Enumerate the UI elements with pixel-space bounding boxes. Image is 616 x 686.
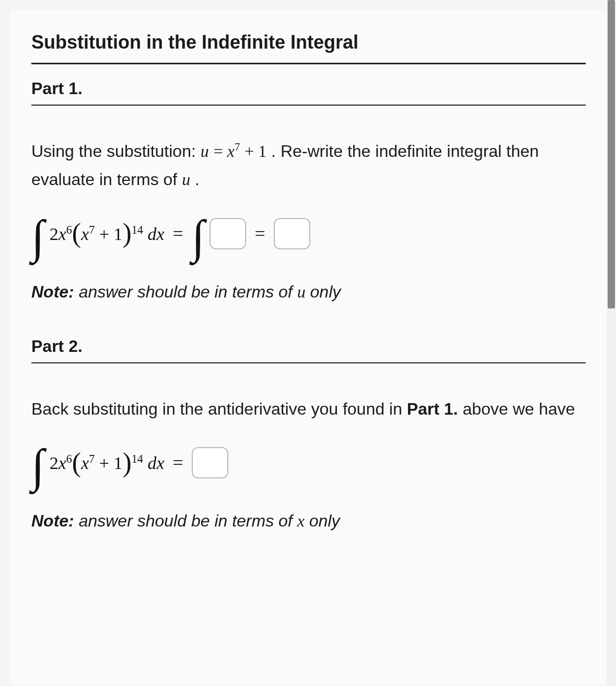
exp6: 6 <box>66 452 72 465</box>
part2-divider <box>31 362 586 363</box>
x: x <box>59 454 66 473</box>
math-eq: = <box>214 142 227 161</box>
part1-equation: ∫ 2x6(x7 + 1)14 dx = ∫ = <box>31 215 586 253</box>
part1-answer-evaluated-input[interactable] <box>274 218 310 249</box>
text: Back substituting in the antiderivative … <box>31 399 407 418</box>
text: Using the substitution: <box>31 142 201 161</box>
part1-divider <box>31 105 586 106</box>
coeff: 2 <box>50 224 59 244</box>
part2-equation: ∫ 2x6(x7 + 1)14 dx = <box>31 444 586 482</box>
exp14: 14 <box>132 452 143 465</box>
math-plus1: + 1 <box>245 142 266 161</box>
integral-sign: ∫ <box>31 447 44 485</box>
scrollbar-track <box>607 0 616 686</box>
page-title: Substitution in the Indefinite Integral <box>31 31 586 53</box>
integrand-left: 2x6(x7 + 1)14 dx <box>50 223 165 244</box>
note-var: u <box>297 282 306 301</box>
dx: dx <box>147 224 164 244</box>
plus1: + 1 <box>95 224 122 244</box>
integral-sign: ∫ <box>192 218 205 256</box>
text: above we have <box>458 399 575 418</box>
equals-2: = <box>251 223 268 245</box>
note-label: Note: <box>31 511 74 530</box>
note-var: x <box>297 511 305 530</box>
x: x <box>59 224 66 244</box>
math-u: u <box>201 142 209 161</box>
part1-instructions: Using the substitution: u = x7 + 1 . Re-… <box>31 137 586 194</box>
note-body: answer should be in terms of <box>74 511 297 530</box>
exp7: 7 <box>89 452 95 465</box>
integral-sign: ∫ <box>31 218 44 256</box>
integrand-left: 2x6(x7 + 1)14 dx <box>50 452 165 473</box>
x: x <box>81 454 89 473</box>
note-label: Note: <box>31 282 74 301</box>
note-end: only <box>306 282 341 301</box>
note-end: only <box>305 511 340 530</box>
exp6: 6 <box>66 223 72 236</box>
part1-note: Note: answer should be in terms of u onl… <box>31 279 586 305</box>
part1-heading: Part 1. <box>31 79 586 98</box>
bold-part1: Part 1. <box>407 399 458 418</box>
part2-heading: Part 2. <box>31 337 586 356</box>
math-exp7: 7 <box>235 141 240 153</box>
text: . <box>195 170 200 189</box>
equals: = <box>169 223 186 245</box>
coeff: 2 <box>50 454 59 473</box>
part2-answer-input[interactable] <box>192 447 228 478</box>
part2-note: Note: answer should be in terms of x onl… <box>31 508 586 534</box>
exp7: 7 <box>89 223 95 236</box>
problem-card: Substitution in the Indefinite Integral … <box>10 10 607 685</box>
x: x <box>81 224 89 244</box>
math-x: x <box>227 142 235 161</box>
part2-instructions: Back substituting in the antiderivative … <box>31 395 586 423</box>
title-divider <box>31 63 586 64</box>
math-u: u <box>182 170 190 189</box>
equals: = <box>169 452 186 474</box>
dx: dx <box>147 454 164 473</box>
scrollbar-thumb[interactable] <box>608 0 615 308</box>
exp14: 14 <box>132 223 143 236</box>
part1-answer-integrand-input[interactable] <box>210 218 246 249</box>
note-body: answer should be in terms of <box>74 282 297 301</box>
plus1: + 1 <box>95 454 122 473</box>
